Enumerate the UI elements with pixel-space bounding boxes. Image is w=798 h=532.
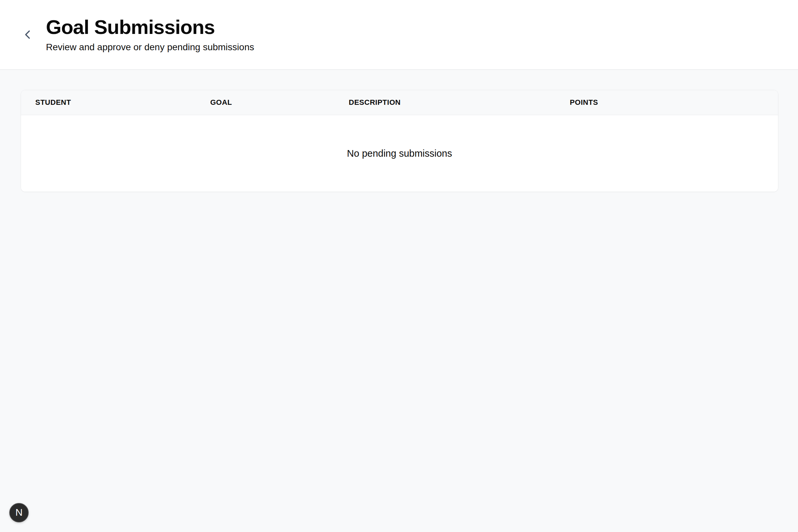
submissions-table-card: STUDENT GOAL DESCRIPTION POINTS No pendi…: [21, 90, 778, 192]
header-text: Goal Submissions Review and approve or d…: [46, 16, 254, 53]
column-header-points: POINTS: [570, 90, 778, 115]
page-subtitle: Review and approve or deny pending submi…: [46, 42, 254, 53]
main-area: STUDENT GOAL DESCRIPTION POINTS No pendi…: [0, 70, 798, 192]
column-header-student: STUDENT: [21, 90, 210, 115]
column-header-goal: GOAL: [210, 90, 349, 115]
empty-state-row: No pending submissions: [21, 115, 778, 192]
column-header-description: DESCRIPTION: [349, 90, 570, 115]
empty-state-message: No pending submissions: [21, 115, 778, 192]
chevron-left-icon: [23, 29, 33, 40]
dev-tools-badge[interactable]: N: [9, 503, 28, 522]
submissions-table: STUDENT GOAL DESCRIPTION POINTS No pendi…: [21, 90, 778, 192]
page-header: Goal Submissions Review and approve or d…: [0, 0, 798, 70]
table-header-row: STUDENT GOAL DESCRIPTION POINTS: [21, 90, 778, 115]
back-button[interactable]: [20, 26, 36, 43]
dev-tools-badge-letter: N: [15, 507, 23, 517]
page-title: Goal Submissions: [46, 16, 254, 38]
